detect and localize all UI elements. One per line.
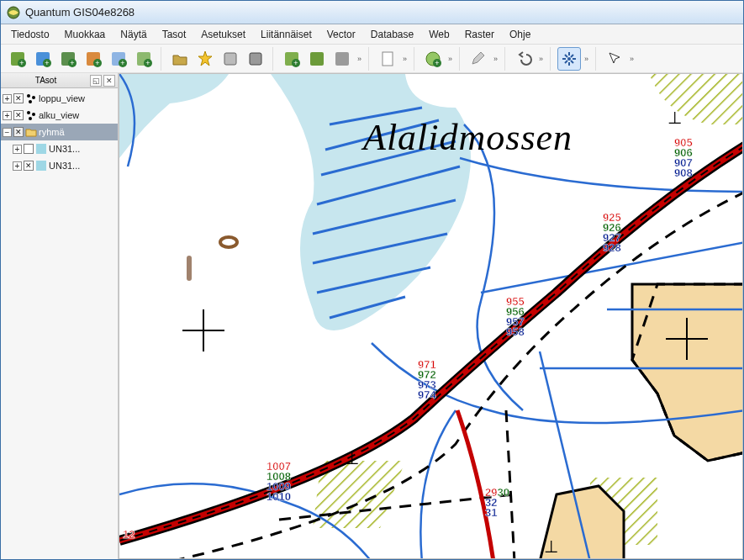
new-file-button[interactable] bbox=[376, 47, 399, 71]
layer-checkbox[interactable]: ✕ bbox=[13, 110, 24, 120]
svg-rect-10 bbox=[87, 52, 100, 66]
toolbar-group-nav: » bbox=[557, 47, 596, 71]
layer-row-ryhma[interactable]: − ✕ ryhmä bbox=[1, 124, 118, 140]
menu-liitannaiset[interactable]: Liitännäiset bbox=[254, 26, 319, 43]
layer-name: alku_view bbox=[39, 110, 79, 120]
open-project-button[interactable] bbox=[168, 47, 192, 71]
layer-row-alku-view[interactable]: + ✕ alku_view bbox=[1, 107, 118, 124]
svg-point-11 bbox=[93, 59, 102, 67]
menu-nayta[interactable]: Näytä bbox=[113, 26, 153, 43]
toolbar-group-project bbox=[168, 47, 273, 71]
svg-rect-13 bbox=[112, 52, 125, 66]
points-layer-icon bbox=[25, 109, 37, 121]
toolbar-group-layers: + + + + + + bbox=[6, 47, 161, 71]
layer-checkbox[interactable]: ✕ bbox=[13, 93, 24, 103]
menu-raster[interactable]: Raster bbox=[458, 26, 501, 43]
new-project-button[interactable]: + bbox=[280, 47, 303, 71]
toolbar-group-addlayer2: + » bbox=[421, 47, 460, 71]
toolbar-group-file: » bbox=[376, 47, 414, 71]
close-panel-button[interactable]: ✕ bbox=[103, 75, 115, 87]
expand-icon[interactable]: + bbox=[13, 145, 22, 154]
add-postgis-layer-button[interactable]: + bbox=[56, 47, 80, 71]
svg-point-5 bbox=[43, 59, 51, 67]
layer-checkbox[interactable]: ✕ bbox=[24, 161, 34, 171]
svg-point-8 bbox=[68, 59, 77, 67]
map-canvas[interactable]: Alalidmossen ⊥ ⊥ ⊥ 905 906 907 908 925 9… bbox=[119, 73, 743, 559]
svg-rect-16 bbox=[137, 52, 150, 66]
svg-point-36 bbox=[32, 113, 35, 116]
undo-button[interactable] bbox=[512, 47, 536, 71]
svg-text:+: + bbox=[45, 59, 49, 67]
point-label-905: 905 906 907 908 bbox=[674, 138, 693, 178]
svg-point-31 bbox=[567, 57, 571, 61]
svg-text:+: + bbox=[70, 59, 74, 67]
toolbar-group-select: » bbox=[603, 47, 641, 71]
add-wms-layer-button[interactable]: + bbox=[107, 47, 130, 71]
menu-tasot[interactable]: Tasot bbox=[156, 26, 193, 43]
expand-icon[interactable]: + bbox=[3, 111, 12, 120]
svg-rect-39 bbox=[36, 161, 46, 171]
print-composer-button[interactable] bbox=[330, 47, 354, 71]
toolbar-group-project2: + » bbox=[280, 47, 369, 71]
svg-point-17 bbox=[144, 59, 152, 67]
layer-name: UN31... bbox=[49, 144, 80, 154]
svg-point-28 bbox=[426, 52, 440, 66]
layer-checkbox[interactable]: ✕ bbox=[13, 127, 24, 137]
svg-point-41 bbox=[220, 237, 237, 247]
save-edits-button[interactable] bbox=[244, 47, 267, 71]
expand-icon[interactable]: + bbox=[3, 94, 12, 103]
menu-muokkaa[interactable]: Muokkaa bbox=[58, 26, 113, 43]
menu-vector[interactable]: Vector bbox=[320, 26, 362, 43]
toolbar-group-edit: » bbox=[467, 47, 505, 71]
svg-point-23 bbox=[292, 59, 300, 67]
collapse-icon[interactable]: − bbox=[3, 128, 12, 137]
expand-icon[interactable]: + bbox=[13, 161, 22, 171]
svg-rect-38 bbox=[36, 144, 46, 154]
add-wfs-layer-button[interactable]: + bbox=[132, 47, 156, 71]
layer-checkbox[interactable] bbox=[24, 144, 34, 154]
layer-name: UN31... bbox=[49, 161, 80, 171]
layer-row-un31-2[interactable]: + ✕ UN31... bbox=[1, 157, 118, 174]
layers-tree[interactable]: + ✕ loppu_view + ✕ alku_view − ✕ ryhmä bbox=[1, 88, 118, 176]
layer-row-un31-1[interactable]: + UN31... bbox=[1, 140, 118, 157]
svg-marker-19 bbox=[198, 51, 212, 66]
menu-web[interactable]: Web bbox=[422, 26, 456, 43]
svg-text:+: + bbox=[435, 59, 439, 67]
menu-asetukset[interactable]: Asetukset bbox=[194, 26, 252, 43]
svg-text:+: + bbox=[145, 59, 150, 67]
layers-panel: TAsot ◱ ✕ + ✕ loppu_view + ✕ alku_view bbox=[1, 73, 119, 559]
chevron-icon[interactable]: » bbox=[401, 55, 409, 63]
titlebar: Quantum GIS04e8268 bbox=[1, 1, 743, 24]
toolbar: + + + + + + + » » + » » bbox=[1, 45, 743, 73]
chevron-icon[interactable]: » bbox=[492, 55, 499, 63]
layers-panel-title: TAsot bbox=[35, 76, 56, 85]
raster-layer-icon bbox=[35, 160, 47, 172]
chevron-icon[interactable]: » bbox=[356, 55, 363, 63]
menu-ohje[interactable]: Ohje bbox=[503, 26, 537, 43]
add-layer-button[interactable]: + bbox=[421, 47, 445, 71]
chevron-icon[interactable]: » bbox=[583, 55, 590, 63]
menu-tiedosto[interactable]: Tiedosto bbox=[4, 26, 56, 43]
select-button[interactable] bbox=[603, 47, 626, 71]
add-raster-layer-button[interactable]: + bbox=[31, 47, 55, 71]
add-spatialite-layer-button[interactable]: + bbox=[82, 47, 105, 71]
toggle-editing-button[interactable] bbox=[219, 47, 242, 71]
point-label-29: 2930 32 31 bbox=[485, 488, 509, 518]
add-vector-layer-button[interactable]: + bbox=[6, 47, 29, 71]
t-mark-icon: ⊥ bbox=[667, 108, 682, 128]
chevron-icon[interactable]: » bbox=[446, 55, 454, 63]
open-project-button-2[interactable] bbox=[305, 47, 329, 71]
undock-button[interactable]: ◱ bbox=[90, 75, 102, 87]
pan-button[interactable] bbox=[557, 47, 581, 71]
raster-layer-icon bbox=[35, 143, 47, 155]
pencil-button[interactable] bbox=[467, 47, 490, 71]
menu-database[interactable]: Database bbox=[364, 26, 420, 43]
layer-row-loppu-view[interactable]: + ✕ loppu_view bbox=[1, 90, 118, 107]
chevron-icon[interactable]: » bbox=[628, 55, 636, 63]
svg-point-33 bbox=[32, 96, 35, 99]
grid-cross-icon bbox=[182, 309, 224, 351]
point-label-12: 12 bbox=[123, 530, 135, 540]
new-bookmark-button[interactable] bbox=[193, 47, 217, 71]
chevron-icon[interactable]: » bbox=[537, 55, 545, 63]
svg-text:+: + bbox=[95, 59, 99, 67]
